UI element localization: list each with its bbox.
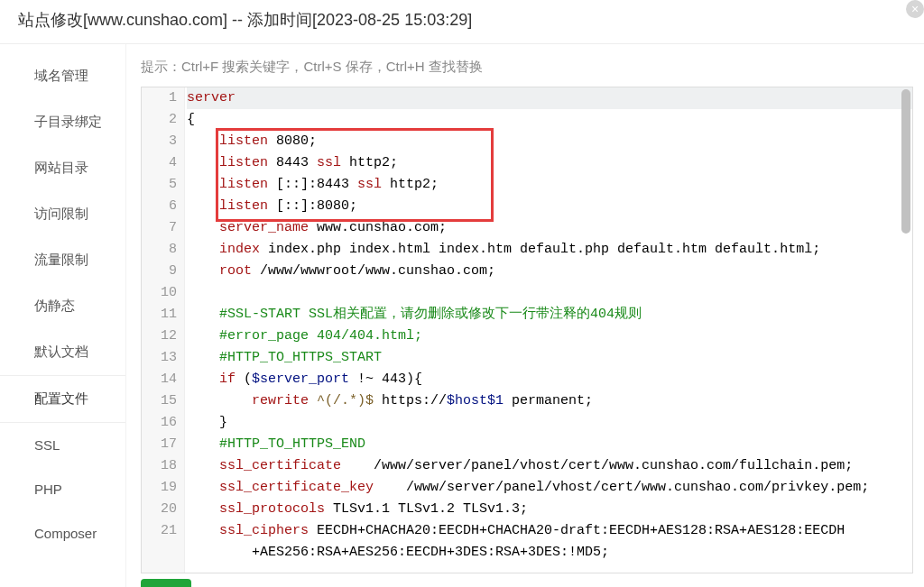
line-number: 11 — [149, 304, 177, 326]
sidebar-item-3[interactable]: 访问限制 — [0, 191, 125, 237]
line-number: 10 — [149, 282, 177, 304]
line-number — [149, 542, 177, 564]
line-number-gutter: 123456789101112131415161718192021 — [142, 87, 185, 573]
code-line[interactable]: #SSL-START SSL相关配置，请勿删除或修改下一行带注释的404规则 — [187, 304, 912, 326]
code-line[interactable]: rewrite ^(/.*)$ https://$host$1 permanen… — [187, 390, 912, 412]
line-number: 5 — [149, 174, 177, 196]
sidebar-item-10[interactable]: Composer — [0, 511, 125, 555]
line-number: 14 — [149, 369, 177, 390]
code-line[interactable]: { — [187, 109, 912, 131]
line-number: 7 — [149, 217, 177, 239]
line-number: 12 — [149, 326, 177, 347]
line-number: 17 — [149, 434, 177, 455]
save-button[interactable] — [141, 579, 191, 587]
sidebar-item-6[interactable]: 默认文档 — [0, 329, 125, 375]
sidebar-item-8[interactable]: SSL — [0, 423, 125, 467]
sidebar-item-1[interactable]: 子目录绑定 — [0, 99, 125, 145]
line-number: 15 — [149, 390, 177, 412]
code-line[interactable]: index index.php index.html index.htm def… — [187, 239, 912, 261]
code-area[interactable]: server{ listen 8080; listen 8443 ssl htt… — [185, 87, 912, 573]
code-line[interactable]: ssl_certificate_key /www/server/panel/vh… — [187, 477, 912, 499]
code-line[interactable]: +AES256:RSA+AES256:EECDH+3DES:RSA+3DES:!… — [187, 542, 912, 564]
code-line[interactable]: } — [187, 412, 912, 434]
code-line[interactable]: server_name www.cunshao.com; — [187, 217, 912, 239]
code-line[interactable]: root /www/wwwroot/www.cunshao.com; — [187, 261, 912, 282]
line-number: 13 — [149, 347, 177, 369]
close-icon[interactable]: × — [906, 0, 924, 18]
code-line[interactable]: listen [::]:8080; — [187, 196, 912, 217]
line-number: 3 — [149, 131, 177, 152]
sidebar-item-4[interactable]: 流量限制 — [0, 237, 125, 283]
line-number: 20 — [149, 499, 177, 520]
line-number: 6 — [149, 196, 177, 217]
sidebar-item-5[interactable]: 伪静态 — [0, 283, 125, 329]
sidebar-item-7[interactable]: 配置文件 — [0, 375, 125, 423]
sidebar-item-2[interactable]: 网站目录 — [0, 145, 125, 191]
code-line[interactable]: listen 8080; — [187, 131, 912, 152]
code-editor[interactable]: 123456789101112131415161718192021 server… — [141, 87, 913, 573]
code-line[interactable]: if ($server_port !~ 443){ — [187, 369, 912, 390]
line-number: 2 — [149, 109, 177, 131]
code-line[interactable]: ssl_ciphers EECDH+CHACHA20:EECDH+CHACHA2… — [187, 520, 912, 542]
content-panel: 提示：Ctrl+F 搜索关键字，Ctrl+S 保存，Ctrl+H 查找替换 12… — [126, 44, 924, 587]
line-number: 1 — [149, 87, 177, 109]
code-line[interactable]: ssl_certificate /www/server/panel/vhost/… — [187, 455, 912, 477]
code-line[interactable]: #error_page 404/404.html; — [187, 326, 912, 347]
code-line[interactable]: listen 8443 ssl http2; — [187, 152, 912, 174]
sidebar: 域名管理子目录绑定网站目录访问限制流量限制伪静态默认文档配置文件SSLPHPCo… — [0, 44, 126, 587]
line-number: 19 — [149, 477, 177, 499]
line-number: 4 — [149, 152, 177, 174]
editor-hint: 提示：Ctrl+F 搜索关键字，Ctrl+S 保存，Ctrl+H 查找替换 — [141, 59, 913, 76]
line-number: 16 — [149, 412, 177, 434]
dialog-title: 站点修改[www.cunshao.com] -- 添加时间[2023-08-25… — [0, 0, 924, 44]
line-number: 21 — [149, 520, 177, 542]
scrollbar-thumb[interactable] — [901, 89, 910, 234]
sidebar-item-0[interactable]: 域名管理 — [0, 53, 125, 99]
line-number: 9 — [149, 261, 177, 282]
code-line[interactable] — [187, 282, 912, 304]
line-number: 8 — [149, 239, 177, 261]
code-line[interactable]: #HTTP_TO_HTTPS_END — [187, 434, 912, 455]
code-line[interactable]: server — [187, 87, 912, 109]
sidebar-item-9[interactable]: PHP — [0, 467, 125, 511]
code-line[interactable]: listen [::]:8443 ssl http2; — [187, 174, 912, 196]
line-number: 18 — [149, 455, 177, 477]
code-line[interactable]: ssl_protocols TLSv1.1 TLSv1.2 TLSv1.3; — [187, 499, 912, 520]
vertical-scrollbar[interactable] — [901, 89, 910, 567]
code-line[interactable]: #HTTP_TO_HTTPS_START — [187, 347, 912, 369]
